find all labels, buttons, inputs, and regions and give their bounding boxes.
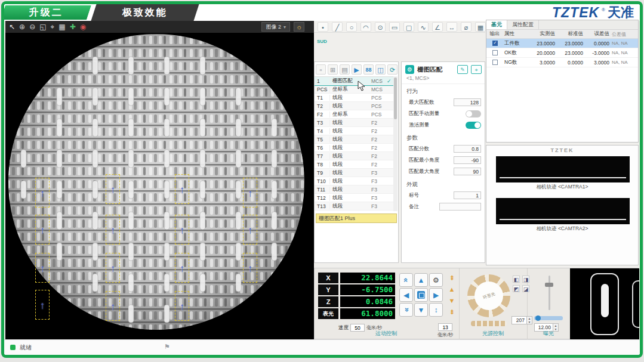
exposure-section-label: 曝光 bbox=[519, 330, 578, 338]
property-input[interactable]: 90 bbox=[454, 168, 481, 175]
jog-down-fast-button[interactable]: « bbox=[399, 303, 413, 317]
list-item[interactable]: T11线段F3 bbox=[315, 185, 394, 194]
property-input[interactable] bbox=[439, 203, 481, 211]
output-checkbox[interactable] bbox=[492, 41, 498, 46]
list-item[interactable]: T12线段F3 bbox=[315, 194, 394, 202]
fit-view-icon[interactable]: ◱ bbox=[39, 21, 46, 33]
list-item[interactable]: T6线段F2 bbox=[315, 144, 394, 152]
distance-tool-icon[interactable]: ↔ bbox=[446, 22, 457, 32]
curve-tool-icon[interactable]: ∿ bbox=[418, 22, 429, 32]
z-up-button[interactable]: ▲ bbox=[447, 284, 457, 295]
edit-button[interactable]: ✎ bbox=[457, 65, 468, 74]
open-file-icon[interactable]: ⊞ bbox=[328, 64, 338, 75]
arc-tool-icon[interactable]: ◠ bbox=[360, 22, 371, 32]
stop-button[interactable] bbox=[414, 288, 428, 302]
camera-viewport: ↖⊕⊖◱⌖▦✚◉ 图像 2▾ ☼ bbox=[5, 21, 314, 341]
match-arrow-icon: ↑ bbox=[248, 181, 253, 207]
locate-button[interactable]: ⌖ bbox=[471, 65, 482, 74]
logo-cn-text: 天准 bbox=[608, 4, 634, 21]
chart-icon[interactable]: ◫ bbox=[375, 64, 386, 75]
pointer-icon[interactable]: ↖ bbox=[9, 21, 15, 33]
tab-primitive[interactable]: 基元 bbox=[486, 20, 507, 29]
exposure-mini-slider[interactable] bbox=[534, 316, 563, 320]
table-row[interactable]: NG数3.00000.00003.0000NA, NA bbox=[486, 58, 638, 67]
run-icon[interactable]: ▶ bbox=[352, 64, 362, 75]
refresh-icon[interactable]: ⟳ bbox=[387, 64, 398, 75]
output-checkbox[interactable] bbox=[492, 60, 498, 65]
list-item[interactable]: PCS坐标系MCS bbox=[315, 85, 394, 94]
slot-tool-icon[interactable]: ▢ bbox=[403, 22, 414, 32]
app-window: 极致效能 升级二 TZTEK® 天准 ↖⊕⊖◱⌖▦✚◉ 图像 2▾ ☼ bbox=[1, 1, 643, 358]
list-item[interactable]: T13线段F3 bbox=[315, 202, 394, 211]
list-item[interactable]: T1线段PCS bbox=[315, 94, 394, 102]
circle-tool-icon[interactable]: ○ bbox=[346, 22, 357, 32]
crosshair-icon[interactable]: ⌖ bbox=[51, 21, 55, 33]
new-file-icon[interactable]: ▫ bbox=[316, 64, 326, 75]
list-scrollbar[interactable] bbox=[393, 76, 398, 211]
ring-light-label: 环形光 bbox=[482, 291, 495, 301]
list-item[interactable]: 1栅图匹配MCS✓ bbox=[315, 77, 394, 85]
diameter-tool-icon[interactable]: ⌀ bbox=[461, 22, 472, 32]
light-mode-4-icon[interactable]: ◪ bbox=[522, 285, 529, 292]
property-input[interactable]: -90 bbox=[454, 156, 481, 164]
z-top-button[interactable]: ⇞ bbox=[447, 273, 457, 283]
add-icon[interactable]: ✚ bbox=[70, 21, 76, 33]
pattern-tool-icon[interactable]: ▦ bbox=[475, 22, 486, 32]
match-arrow-icon: ↑ bbox=[248, 256, 253, 282]
angle-tool-icon[interactable]: ∠ bbox=[432, 22, 443, 32]
axis-slider-button[interactable]: ↕ bbox=[429, 303, 443, 317]
toggle-switch[interactable] bbox=[466, 110, 481, 117]
property-input[interactable]: 128 bbox=[454, 98, 481, 106]
list-item[interactable]: T8线段F2 bbox=[315, 160, 394, 169]
property-input[interactable]: 1 bbox=[454, 191, 481, 199]
exposure-slider-track[interactable] bbox=[549, 276, 550, 310]
z-speed-input[interactable] bbox=[438, 323, 452, 331]
zoom-in-icon[interactable]: ⊕ bbox=[19, 21, 25, 33]
output-checkbox[interactable] bbox=[492, 50, 498, 55]
table-row[interactable]: 工件数23.000023.00000.0000NA, NA bbox=[486, 39, 638, 48]
property-input[interactable]: 0.8 bbox=[454, 145, 481, 153]
tab-config[interactable]: 属性配置 bbox=[507, 20, 539, 29]
match-marker: ↑ bbox=[106, 174, 120, 204]
line-tool-icon[interactable]: ╱ bbox=[332, 22, 343, 32]
list-item[interactable]: T4线段F2 bbox=[315, 127, 394, 135]
jog-up-button[interactable]: ▲ bbox=[414, 273, 428, 287]
grid-icon[interactable]: ▦ bbox=[58, 21, 65, 33]
z-down-button[interactable]: ▼ bbox=[447, 296, 457, 306]
toggle-switch[interactable] bbox=[466, 122, 481, 129]
motion-section-label: 运动控制 bbox=[356, 330, 416, 338]
light-mode-3-icon[interactable]: ◩ bbox=[513, 285, 520, 292]
zoom-out-icon[interactable]: ⊖ bbox=[29, 21, 35, 33]
settings-button[interactable]: ⚙ bbox=[429, 273, 443, 287]
z-bottom-button[interactable]: ⇟ bbox=[447, 307, 457, 317]
point-tool-icon[interactable]: • bbox=[318, 22, 328, 32]
list-item[interactable]: T5线段F2 bbox=[315, 135, 394, 144]
list-item[interactable]: T10线段F3 bbox=[315, 177, 394, 185]
rect-tool-icon[interactable]: ▭ bbox=[389, 22, 400, 32]
image-select-dropdown[interactable]: 图像 2▾ bbox=[261, 22, 290, 32]
list-item[interactable]: T2线段PCS bbox=[315, 102, 394, 110]
table-row[interactable]: OK数20.000023.0000-3.0000NA, NA bbox=[486, 48, 638, 58]
list-item[interactable]: T7线段F2 bbox=[315, 152, 394, 160]
list-item[interactable]: T3线段F2 bbox=[315, 119, 394, 127]
match-arrow-icon: ↑ bbox=[180, 177, 185, 203]
light-mode-2-icon[interactable]: ◨ bbox=[522, 276, 529, 283]
ring-light-control[interactable]: 环形光 bbox=[467, 274, 510, 317]
grid-88-icon[interactable]: 88 bbox=[363, 64, 374, 75]
list-item[interactable]: T9线段F3 bbox=[315, 169, 394, 177]
light-mode-1-icon[interactable]: ◧ bbox=[513, 276, 520, 283]
ellipse-tool-icon[interactable]: ⊙ bbox=[375, 22, 386, 32]
element-name-input[interactable] bbox=[316, 214, 397, 223]
jog-left-button[interactable]: ◀ bbox=[399, 288, 413, 302]
brightness-spinner[interactable]: 207 ▲▼ bbox=[511, 316, 532, 324]
bottom-light-control[interactable] bbox=[471, 321, 507, 326]
camera-image[interactable]: ↑↑↑↑↑↑↑↑↑↑↑↑↑↑↑ bbox=[5, 33, 314, 341]
list-item[interactable]: F2坐标系PCS bbox=[315, 110, 394, 119]
jog-right-button[interactable]: ▶ bbox=[429, 288, 443, 302]
jog-down-button[interactable]: ▼ bbox=[414, 303, 428, 317]
exposure-slider-handle[interactable] bbox=[545, 283, 553, 287]
save-file-icon[interactable]: ▤ bbox=[340, 64, 350, 75]
lamp-icon[interactable]: ☼ bbox=[294, 22, 304, 32]
jog-up-fast-button[interactable]: « bbox=[399, 273, 413, 287]
capture-icon[interactable]: ◉ bbox=[80, 21, 86, 33]
